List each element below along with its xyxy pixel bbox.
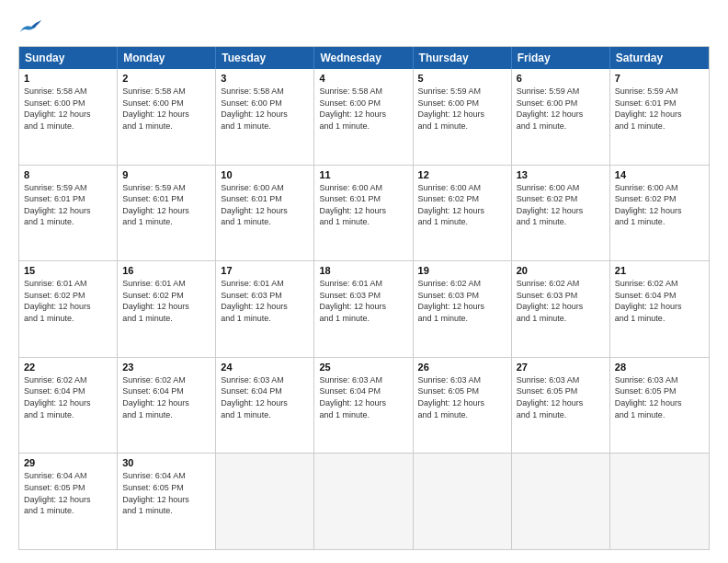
calendar-header: SundayMondayTuesdayWednesdayThursdayFrid…	[19, 47, 709, 69]
calendar-cell-day-23: 23Sunrise: 6:02 AMSunset: 6:04 PMDayligh…	[118, 358, 216, 454]
cell-info: Sunrise: 6:03 AMSunset: 6:05 PMDaylight:…	[615, 374, 704, 420]
header-day-tuesday: Tuesday	[216, 47, 314, 69]
calendar-cell-empty	[512, 454, 610, 549]
calendar-cell-day-9: 9Sunrise: 5:59 AMSunset: 6:01 PMDaylight…	[118, 166, 216, 261]
calendar-cell-day-15: 15Sunrise: 6:01 AMSunset: 6:02 PMDayligh…	[19, 261, 118, 357]
calendar-cell-day-26: 26Sunrise: 6:03 AMSunset: 6:05 PMDayligh…	[414, 358, 512, 454]
calendar-cell-day-17: 17Sunrise: 6:01 AMSunset: 6:03 PMDayligh…	[216, 261, 314, 357]
header	[18, 17, 710, 37]
cell-info: Sunrise: 6:02 AMSunset: 6:04 PMDaylight:…	[24, 374, 112, 420]
day-number: 27	[517, 362, 605, 373]
cell-info: Sunrise: 6:01 AMSunset: 6:03 PMDaylight:…	[221, 278, 309, 324]
cell-info: Sunrise: 6:01 AMSunset: 6:03 PMDaylight:…	[319, 278, 407, 324]
cell-info: Sunrise: 6:00 AMSunset: 6:02 PMDaylight:…	[418, 182, 506, 228]
page: SundayMondayTuesdayWednesdayThursdayFrid…	[0, 0, 728, 563]
cell-info: Sunrise: 6:02 AMSunset: 6:03 PMDaylight:…	[517, 278, 605, 324]
calendar-cell-day-6: 6Sunrise: 5:59 AMSunset: 6:00 PMDaylight…	[512, 69, 610, 165]
calendar-cell-day-20: 20Sunrise: 6:02 AMSunset: 6:03 PMDayligh…	[512, 261, 610, 357]
calendar-cell-day-13: 13Sunrise: 6:00 AMSunset: 6:02 PMDayligh…	[512, 166, 610, 261]
cell-info: Sunrise: 6:01 AMSunset: 6:02 PMDaylight:…	[122, 278, 210, 324]
calendar: SundayMondayTuesdayWednesdayThursdayFrid…	[18, 46, 710, 550]
day-number: 14	[615, 169, 704, 180]
calendar-cell-day-8: 8Sunrise: 5:59 AMSunset: 6:01 PMDaylight…	[19, 166, 118, 261]
day-number: 13	[517, 169, 605, 180]
calendar-row-2: 8Sunrise: 5:59 AMSunset: 6:01 PMDaylight…	[19, 165, 709, 261]
calendar-cell-day-18: 18Sunrise: 6:01 AMSunset: 6:03 PMDayligh…	[314, 261, 413, 357]
day-number: 19	[418, 265, 506, 276]
calendar-cell-day-11: 11Sunrise: 6:00 AMSunset: 6:01 PMDayligh…	[314, 166, 413, 261]
cell-info: Sunrise: 5:58 AMSunset: 6:00 PMDaylight:…	[319, 86, 407, 132]
day-number: 18	[319, 265, 407, 276]
calendar-cell-day-21: 21Sunrise: 6:02 AMSunset: 6:04 PMDayligh…	[610, 261, 709, 357]
calendar-cell-day-14: 14Sunrise: 6:00 AMSunset: 6:02 PMDayligh…	[610, 166, 709, 261]
calendar-cell-day-4: 4Sunrise: 5:58 AMSunset: 6:00 PMDaylight…	[314, 69, 413, 165]
calendar-row-1: 1Sunrise: 5:58 AMSunset: 6:00 PMDaylight…	[19, 69, 709, 165]
calendar-cell-day-28: 28Sunrise: 6:03 AMSunset: 6:05 PMDayligh…	[610, 358, 709, 454]
cell-info: Sunrise: 6:03 AMSunset: 6:04 PMDaylight:…	[221, 374, 309, 420]
calendar-cell-day-16: 16Sunrise: 6:01 AMSunset: 6:02 PMDayligh…	[118, 261, 216, 357]
calendar-cell-day-25: 25Sunrise: 6:03 AMSunset: 6:04 PMDayligh…	[314, 358, 413, 454]
day-number: 4	[319, 73, 407, 84]
day-number: 26	[418, 362, 506, 373]
day-number: 17	[221, 265, 309, 276]
day-number: 12	[418, 169, 506, 180]
day-number: 9	[122, 169, 210, 180]
cell-info: Sunrise: 6:03 AMSunset: 6:04 PMDaylight:…	[319, 374, 407, 420]
calendar-cell-day-30: 30Sunrise: 6:04 AMSunset: 6:05 PMDayligh…	[118, 454, 216, 549]
day-number: 15	[24, 265, 112, 276]
calendar-row-3: 15Sunrise: 6:01 AMSunset: 6:02 PMDayligh…	[19, 260, 709, 357]
day-number: 1	[24, 73, 112, 84]
day-number: 5	[418, 73, 506, 84]
calendar-cell-day-7: 7Sunrise: 5:59 AMSunset: 6:01 PMDaylight…	[610, 69, 709, 165]
calendar-cell-empty	[216, 454, 314, 549]
cell-info: Sunrise: 6:00 AMSunset: 6:02 PMDaylight:…	[615, 182, 704, 228]
day-number: 20	[517, 265, 605, 276]
cell-info: Sunrise: 6:00 AMSunset: 6:01 PMDaylight:…	[221, 182, 309, 228]
calendar-cell-day-5: 5Sunrise: 5:59 AMSunset: 6:00 PMDaylight…	[414, 69, 512, 165]
header-day-monday: Monday	[118, 47, 216, 69]
day-number: 21	[615, 265, 704, 276]
day-number: 6	[517, 73, 605, 84]
cell-info: Sunrise: 6:04 AMSunset: 6:05 PMDaylight:…	[122, 470, 210, 516]
calendar-cell-day-10: 10Sunrise: 6:00 AMSunset: 6:01 PMDayligh…	[216, 166, 314, 261]
day-number: 2	[122, 73, 210, 84]
day-number: 11	[319, 169, 407, 180]
cell-info: Sunrise: 5:59 AMSunset: 6:01 PMDaylight:…	[24, 182, 112, 228]
day-number: 28	[615, 362, 704, 373]
calendar-cell-day-1: 1Sunrise: 5:58 AMSunset: 6:00 PMDaylight…	[19, 69, 118, 165]
header-day-saturday: Saturday	[610, 47, 709, 69]
calendar-cell-day-27: 27Sunrise: 6:03 AMSunset: 6:05 PMDayligh…	[512, 358, 610, 454]
header-day-friday: Friday	[512, 47, 610, 69]
calendar-cell-day-3: 3Sunrise: 5:58 AMSunset: 6:00 PMDaylight…	[216, 69, 314, 165]
day-number: 22	[24, 362, 112, 373]
calendar-cell-day-22: 22Sunrise: 6:02 AMSunset: 6:04 PMDayligh…	[19, 358, 118, 454]
day-number: 23	[122, 362, 210, 373]
header-day-wednesday: Wednesday	[314, 47, 413, 69]
day-number: 24	[221, 362, 309, 373]
calendar-cell-empty	[314, 454, 413, 549]
calendar-row-4: 22Sunrise: 6:02 AMSunset: 6:04 PMDayligh…	[19, 357, 709, 454]
calendar-body: 1Sunrise: 5:58 AMSunset: 6:00 PMDaylight…	[19, 69, 709, 549]
cell-info: Sunrise: 6:03 AMSunset: 6:05 PMDaylight:…	[418, 374, 506, 420]
cell-info: Sunrise: 6:02 AMSunset: 6:04 PMDaylight:…	[615, 278, 704, 324]
cell-info: Sunrise: 6:03 AMSunset: 6:05 PMDaylight:…	[517, 374, 605, 420]
calendar-cell-day-24: 24Sunrise: 6:03 AMSunset: 6:04 PMDayligh…	[216, 358, 314, 454]
cell-info: Sunrise: 5:59 AMSunset: 6:01 PMDaylight:…	[615, 86, 704, 132]
day-number: 30	[122, 457, 210, 468]
calendar-cell-empty	[610, 454, 709, 549]
calendar-cell-day-19: 19Sunrise: 6:02 AMSunset: 6:03 PMDayligh…	[414, 261, 512, 357]
day-number: 29	[24, 457, 112, 468]
cell-info: Sunrise: 6:00 AMSunset: 6:02 PMDaylight:…	[517, 182, 605, 228]
day-number: 7	[615, 73, 704, 84]
cell-info: Sunrise: 5:59 AMSunset: 6:01 PMDaylight:…	[122, 182, 210, 228]
calendar-cell-day-12: 12Sunrise: 6:00 AMSunset: 6:02 PMDayligh…	[414, 166, 512, 261]
header-day-thursday: Thursday	[414, 47, 512, 69]
calendar-cell-empty	[414, 454, 512, 549]
calendar-cell-day-2: 2Sunrise: 5:58 AMSunset: 6:00 PMDaylight…	[118, 69, 216, 165]
cell-info: Sunrise: 5:59 AMSunset: 6:00 PMDaylight:…	[517, 86, 605, 132]
day-number: 8	[24, 169, 112, 180]
cell-info: Sunrise: 6:02 AMSunset: 6:04 PMDaylight:…	[122, 374, 210, 420]
cell-info: Sunrise: 6:00 AMSunset: 6:01 PMDaylight:…	[319, 182, 407, 228]
day-number: 25	[319, 362, 407, 373]
cell-info: Sunrise: 6:02 AMSunset: 6:03 PMDaylight:…	[418, 278, 506, 324]
